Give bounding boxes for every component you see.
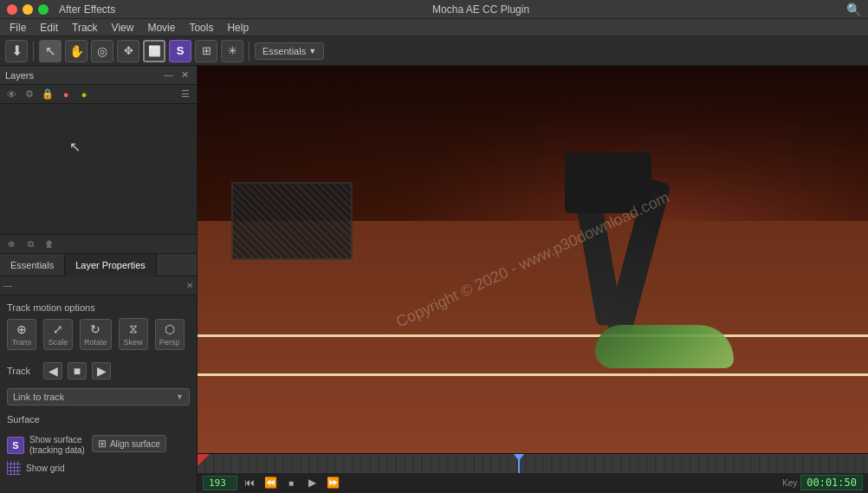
align-icon: ⊞ bbox=[98, 438, 107, 450]
tab-essentials[interactable]: Essentials bbox=[0, 254, 65, 276]
rotate-button[interactable]: ↻ Rotate bbox=[80, 319, 112, 350]
layer-gear-icon[interactable]: ⚙ bbox=[22, 87, 37, 102]
panel-close2-icon[interactable]: ✕ bbox=[186, 281, 193, 290]
minimize-button[interactable] bbox=[23, 4, 33, 15]
panel-menu-icon[interactable]: ✕ bbox=[178, 68, 191, 81]
menu-edit[interactable]: Edit bbox=[34, 21, 64, 35]
menu-tools[interactable]: Tools bbox=[183, 21, 219, 35]
toolbar: ⬇ ↖ ✋ ◎ ✥ ⬜ S ⊞ ✳ Essentials ▼ bbox=[0, 36, 868, 66]
layer-color2-icon[interactable]: ● bbox=[76, 87, 92, 102]
tabs-row: Essentials Layer Properties bbox=[0, 254, 197, 276]
toolbar-divider-1 bbox=[33, 42, 34, 61]
layers-content: ↖ bbox=[0, 104, 197, 234]
delete-layer-button[interactable]: 🗑 bbox=[42, 237, 57, 252]
main-area: Layers — ✕ 👁 ⚙ 🔒 ● ● ☰ ↖ bbox=[0, 66, 868, 493]
track-text-label: Track bbox=[7, 366, 38, 376]
mocha-s-button[interactable]: S bbox=[169, 40, 191, 62]
rotate-label: Rotate bbox=[84, 338, 107, 347]
show-surface-label: Show surface (tracking data) bbox=[29, 435, 85, 456]
menu-file[interactable]: File bbox=[3, 21, 32, 35]
motion-icons-row: ⊕ Trans ⤢ Scale ↻ Rotate ⧖ bbox=[7, 318, 190, 350]
trans-icon: ⊕ bbox=[16, 322, 27, 336]
arrow-tool-button[interactable]: ↖ bbox=[39, 40, 62, 62]
video-area: Copyright © 2020 - www.p30download.com bbox=[198, 66, 868, 453]
timeline-ruler[interactable] bbox=[198, 454, 868, 473]
layers-toolbar: 👁 ⚙ 🔒 ● ● ☰ bbox=[0, 85, 197, 104]
trans-button[interactable]: ⊕ Trans bbox=[7, 319, 36, 350]
menu-help[interactable]: Help bbox=[221, 21, 255, 35]
star-button[interactable]: ✳ bbox=[221, 40, 243, 62]
panel-minimize2-icon[interactable]: — bbox=[3, 281, 12, 290]
persp-button[interactable]: ⬡ Persp bbox=[155, 319, 185, 350]
mask-rect-button[interactable]: ⬜ bbox=[143, 40, 165, 62]
layer-eye-icon[interactable]: 👁 bbox=[3, 87, 19, 102]
play-button[interactable]: ▶ bbox=[303, 475, 321, 490]
import-button[interactable]: ⬇ bbox=[5, 40, 28, 62]
grate-element bbox=[231, 182, 353, 260]
show-grid-label: Show grid bbox=[26, 464, 64, 473]
layers-section: Layers — ✕ 👁 ⚙ 🔒 ● ● ☰ ↖ bbox=[0, 66, 197, 235]
show-surface-row: S Show surface (tracking data) bbox=[7, 435, 85, 456]
essentials-label: Essentials bbox=[262, 46, 306, 56]
track-controls-row: Track ◀ ■ ▶ bbox=[7, 362, 190, 379]
go-to-start-button[interactable]: ⏮ bbox=[241, 475, 258, 490]
step-backward-button[interactable]: ⏪ bbox=[262, 475, 279, 490]
link-to-track-label: Link to track bbox=[13, 392, 64, 402]
app-name-label: After Effects bbox=[59, 3, 115, 16]
close-button[interactable] bbox=[7, 4, 17, 15]
show-grid-row[interactable]: Show grid bbox=[7, 461, 190, 475]
runner-shoes bbox=[595, 325, 734, 368]
rotate-icon: ↻ bbox=[90, 322, 100, 336]
bottom-left-section: ⊕ ⧉ 🗑 Essentials Layer Properties — ✕ Tr… bbox=[0, 235, 197, 493]
track-line-2 bbox=[198, 373, 868, 376]
scale-button[interactable]: ⤢ Scale bbox=[43, 319, 73, 350]
track-stop-button[interactable]: ■ bbox=[68, 362, 87, 379]
window-title: Mocha AE CC Plugin bbox=[120, 3, 841, 16]
timeline-playhead[interactable] bbox=[518, 454, 520, 473]
trans-label: Trans bbox=[12, 338, 32, 347]
add-layer-button[interactable]: ⊕ bbox=[3, 237, 19, 252]
persp-label: Persp bbox=[159, 338, 180, 347]
align-surface-button[interactable]: ⊞ Align surface bbox=[92, 435, 166, 452]
menu-view[interactable]: View bbox=[106, 21, 140, 35]
playhead-triangle bbox=[514, 454, 524, 461]
surface-section: Surface S Show surface (tracking data) ⊞… bbox=[7, 414, 190, 475]
panel-minimize-icon[interactable]: — bbox=[161, 68, 176, 81]
panel-controls: — ✕ bbox=[161, 68, 191, 81]
align-label: Align surface bbox=[110, 439, 160, 449]
link-to-track-dropdown[interactable]: Link to track ▼ bbox=[7, 388, 190, 405]
track-motion-title: Track motion options bbox=[7, 302, 190, 313]
key-label: Key bbox=[782, 478, 797, 488]
layers-title: Layers bbox=[5, 70, 34, 81]
layer-list-icon[interactable]: ☰ bbox=[178, 87, 193, 102]
link-chevron-icon: ▼ bbox=[176, 392, 184, 401]
menu-movie[interactable]: Movie bbox=[141, 21, 181, 35]
transform-tool-button[interactable]: ✥ bbox=[117, 40, 139, 62]
surface-title: Surface bbox=[7, 414, 190, 425]
stop-button[interactable]: ■ bbox=[282, 475, 300, 490]
layer-lock-icon[interactable]: 🔒 bbox=[40, 87, 55, 102]
track-motion-section: Track motion options ⊕ Trans ⤢ Scale ↻ R bbox=[7, 302, 190, 354]
track-scene: Copyright © 2020 - www.p30download.com bbox=[198, 66, 868, 453]
step-forward-button[interactable]: ⏩ bbox=[324, 475, 341, 490]
orbit-tool-button[interactable]: ◎ bbox=[91, 40, 113, 62]
track-line-1 bbox=[198, 334, 868, 337]
track-forward-button[interactable]: ▶ bbox=[92, 362, 111, 379]
duplicate-layer-button[interactable]: ⧉ bbox=[23, 237, 38, 252]
skew-icon: ⧖ bbox=[129, 321, 138, 336]
essentials-dropdown[interactable]: Essentials ▼ bbox=[255, 42, 324, 60]
hand-tool-button[interactable]: ✋ bbox=[65, 40, 87, 62]
tab-layer-properties[interactable]: Layer Properties bbox=[65, 254, 157, 276]
titlebar: After Effects Mocha AE CC Plugin 🔍 bbox=[0, 0, 868, 19]
maximize-button[interactable] bbox=[38, 4, 49, 15]
skew-button[interactable]: ⧖ Skew bbox=[119, 318, 148, 350]
layer-color1-icon[interactable]: ● bbox=[58, 87, 74, 102]
timeline: 193 ⏮ ⏪ ■ ▶ ⏩ Key 00:01:50 bbox=[198, 453, 868, 493]
frame-counter[interactable]: 193 bbox=[203, 476, 237, 490]
grid-button[interactable]: ⊞ bbox=[195, 40, 217, 62]
search-icon[interactable]: 🔍 bbox=[846, 3, 861, 16]
track-backward-button[interactable]: ◀ bbox=[43, 362, 62, 379]
left-panel: Layers — ✕ 👁 ⚙ 🔒 ● ● ☰ ↖ bbox=[0, 66, 198, 493]
surface-icon[interactable]: S bbox=[7, 437, 24, 454]
menu-track[interactable]: Track bbox=[66, 21, 104, 35]
